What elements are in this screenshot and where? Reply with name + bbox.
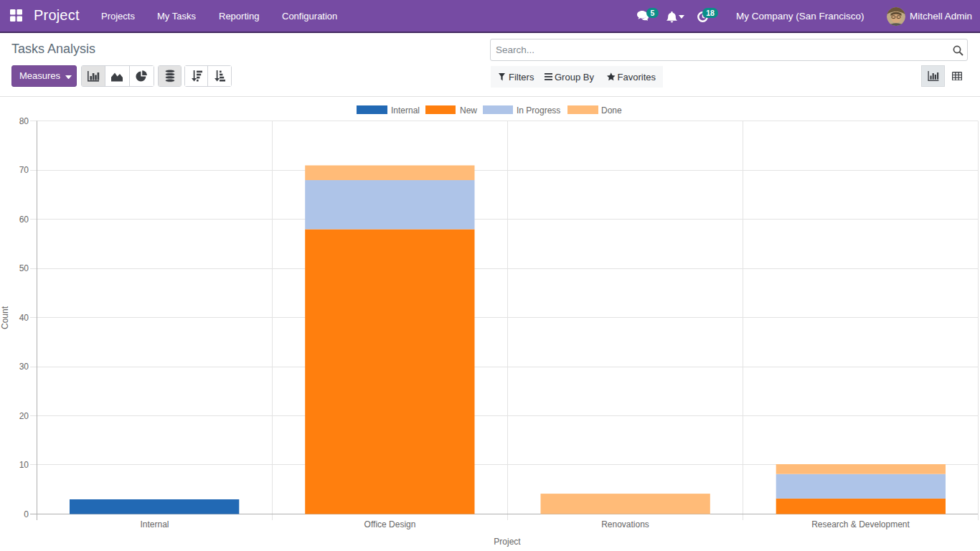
- svg-text:Renovations: Renovations: [601, 519, 649, 529]
- svg-text:20: 20: [19, 411, 29, 421]
- svg-text:40: 40: [19, 313, 29, 323]
- svg-text:Research & Development: Research & Development: [811, 519, 910, 529]
- svg-text:70: 70: [19, 165, 29, 175]
- svg-text:Done: Done: [601, 105, 622, 116]
- svg-text:In Progress: In Progress: [517, 105, 560, 116]
- svg-text:0: 0: [24, 509, 29, 519]
- svg-text:Internal: Internal: [391, 105, 420, 116]
- svg-text:Count: Count: [0, 306, 10, 329]
- svg-text:60: 60: [19, 215, 29, 225]
- svg-text:Internal: Internal: [140, 519, 169, 529]
- svg-text:10: 10: [19, 460, 29, 470]
- svg-text:50: 50: [19, 263, 29, 273]
- svg-text:80: 80: [19, 116, 29, 126]
- svg-text:30: 30: [19, 362, 29, 372]
- svg-text:New: New: [460, 105, 477, 116]
- svg-text:Project: Project: [494, 537, 521, 547]
- svg-text:Office Design: Office Design: [364, 519, 416, 529]
